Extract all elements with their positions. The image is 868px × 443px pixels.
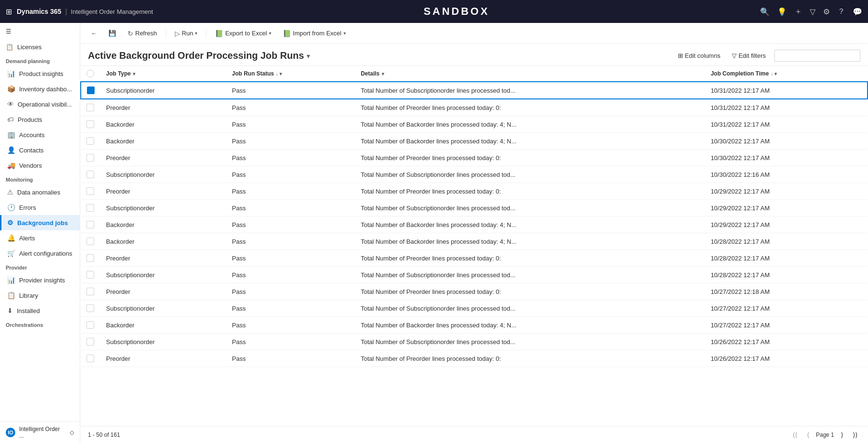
row-checkbox[interactable]: [86, 321, 94, 329]
sidebar-item-label: Library: [19, 292, 38, 299]
table-row[interactable]: Preorder Pass Total Number of Preorder l…: [81, 350, 868, 367]
cell-status: Pass: [226, 300, 355, 317]
header-checkbox[interactable]: [86, 70, 94, 77]
table-row[interactable]: Subscriptionorder Pass Total Number of S…: [81, 166, 868, 183]
row-checkbox[interactable]: [86, 187, 94, 195]
row-checkbox[interactable]: [86, 221, 94, 228]
sidebar-item-product-insights[interactable]: 📊 Product insights: [0, 66, 80, 81]
row-checkbox[interactable]: [86, 171, 94, 178]
export-button[interactable]: 📗 Export to Excel ▾: [210, 27, 276, 40]
row-checkbox[interactable]: [86, 338, 94, 346]
cell-details: Total Number of Preorder lines processed…: [355, 283, 705, 300]
sidebar-item-licenses[interactable]: 📋 Licenses: [0, 40, 80, 54]
row-checkbox[interactable]: [86, 154, 94, 162]
edit-filters-button[interactable]: ▽ Edit filters: [729, 50, 769, 61]
cell-completion-time: 10/27/2022 12:17 AM: [705, 317, 868, 334]
row-checkbox[interactable]: [86, 254, 94, 262]
table-row[interactable]: Backorder Pass Total Number of Backorder…: [81, 116, 868, 133]
table-row[interactable]: Backorder Pass Total Number of Backorder…: [81, 317, 868, 334]
header-job-run-status[interactable]: Job Run Status ↓ ▾: [226, 66, 355, 82]
products-icon: 🏷: [7, 116, 14, 123]
cell-completion-time: 10/30/2022 12:17 AM: [705, 133, 868, 150]
table-row[interactable]: Backorder Pass Total Number of Backorder…: [81, 133, 868, 150]
sidebar-item-products[interactable]: 🏷 Products: [0, 112, 80, 127]
back-button[interactable]: ←: [86, 27, 102, 40]
row-checkbox[interactable]: [86, 271, 94, 279]
refresh-button[interactable]: ↻ Refresh: [123, 27, 162, 40]
row-checkbox[interactable]: [86, 204, 94, 212]
table-row[interactable]: Preorder Pass Total Number of Preorder l…: [81, 183, 868, 200]
chat-icon[interactable]: 💬: [853, 7, 862, 16]
table-row[interactable]: Subscriptionorder Pass Total Number of S…: [81, 267, 868, 283]
licenses-label: Licenses: [17, 43, 42, 51]
table-row[interactable]: Backorder Pass Total Number of Backorder…: [81, 216, 868, 233]
edit-filters-label: Edit filters: [739, 52, 766, 59]
import-label: Import from Excel: [293, 30, 342, 37]
table-row[interactable]: Backorder Pass Total Number of Backorder…: [81, 233, 868, 250]
run-button[interactable]: ▷ Run ▾: [170, 27, 203, 40]
cell-completion-time: 10/28/2022 12:17 AM: [705, 250, 868, 267]
sidebar-item-installed[interactable]: ⬇ Installed: [0, 303, 80, 318]
row-checkbox[interactable]: [86, 304, 94, 312]
sidebar-item-operational-visibility[interactable]: 👁 Operational visibil...: [0, 97, 80, 112]
cell-job-type: Preorder: [100, 99, 226, 116]
row-checkbox-cell: [81, 99, 100, 116]
table-row[interactable]: Preorder Pass Total Number of Preorder l…: [81, 150, 868, 166]
row-checkbox[interactable]: [86, 104, 94, 111]
sidebar-item-accounts[interactable]: 🏢 Accounts: [0, 127, 80, 142]
pagination-last-button[interactable]: ⟩⟩: [850, 430, 860, 440]
sidebar-item-errors[interactable]: 🕐 Errors: [0, 200, 80, 215]
pagination-first-button[interactable]: ⟨⟨: [790, 430, 800, 440]
pagination-next-button[interactable]: ⟩: [838, 430, 846, 440]
header-job-type[interactable]: Job Type ▾: [100, 66, 226, 82]
lightbulb-icon[interactable]: 💡: [777, 7, 787, 16]
sidebar-item-contacts[interactable]: 👤 Contacts: [0, 142, 80, 158]
row-checkbox[interactable]: [86, 288, 94, 295]
settings-icon[interactable]: ⚙: [823, 7, 830, 16]
row-checkbox[interactable]: [86, 238, 94, 245]
row-checkbox[interactable]: [87, 86, 95, 94]
sidebar-item-vendors[interactable]: 🚚 Vendors: [0, 158, 80, 173]
sidebar-item-label: Errors: [19, 204, 36, 211]
sidebar-item-label: Contacts: [19, 147, 43, 154]
header-completion-time[interactable]: Job Completion Time ↓ ▾: [705, 66, 868, 82]
row-checkbox-cell: [81, 200, 100, 216]
plus-icon[interactable]: ＋: [794, 7, 802, 17]
sidebar-item-library[interactable]: 📋 Library: [0, 288, 80, 303]
table-row[interactable]: Preorder Pass Total Number of Preorder l…: [81, 250, 868, 267]
sidebar-item-inventory-dashboard[interactable]: 📦 Inventory dashbo...: [0, 81, 80, 97]
table-row[interactable]: Preorder Pass Total Number of Preorder l…: [81, 99, 868, 116]
sidebar-item-background-jobs[interactable]: ⚙ Background jobs: [0, 215, 80, 230]
operational-icon: 👁: [7, 100, 14, 108]
search-input[interactable]: [774, 50, 860, 62]
grid-icon[interactable]: ⊞: [6, 7, 12, 16]
sidebar-bottom[interactable]: IO Intelligent Order ... ◇: [0, 421, 80, 443]
search-icon[interactable]: 🔍: [760, 7, 770, 16]
top-nav-right: 🔍 💡 ＋ ▽ ⚙ ？ 💬: [760, 7, 862, 17]
pagination-prev-button[interactable]: ⟨: [804, 430, 812, 440]
sidebar-menu-toggle[interactable]: ☰: [0, 23, 80, 40]
table-row[interactable]: Subscriptionorder Pass Total Number of S…: [81, 200, 868, 216]
help-icon[interactable]: ？: [837, 7, 845, 17]
table-row[interactable]: Subscriptionorder Pass Total Number of S…: [81, 334, 868, 350]
cell-job-type: Subscriptionorder: [100, 267, 226, 283]
sidebar-item-data-anomalies[interactable]: ⚠ Data anomalies: [0, 184, 80, 200]
header-details[interactable]: Details ▾: [355, 66, 705, 82]
save-button[interactable]: 💾: [104, 27, 121, 40]
sidebar-item-provider-insights[interactable]: 📊 Provider insights: [0, 272, 80, 288]
row-checkbox[interactable]: [86, 355, 94, 362]
sidebar-item-alerts[interactable]: 🔔 Alerts: [0, 230, 80, 246]
sidebar: ☰ 📋 Licenses Demand planning 📊 Product i…: [0, 23, 80, 443]
edit-columns-button[interactable]: ⊞ Edit columns: [675, 50, 723, 61]
sidebar-item-alert-configurations[interactable]: 🛒 Alert configurations: [0, 246, 80, 261]
table-row[interactable]: Preorder Pass Total Number of Preorder l…: [81, 283, 868, 300]
row-checkbox[interactable]: [86, 137, 94, 145]
table-row[interactable]: Subscriptionorder Pass Total Number of S…: [81, 82, 868, 99]
table-row[interactable]: Subscriptionorder Pass Total Number of S…: [81, 300, 868, 317]
page-title-chevron[interactable]: ▾: [307, 52, 310, 60]
import-button[interactable]: 📗 Import from Excel ▾: [278, 27, 351, 40]
filter-icon[interactable]: ▽: [810, 7, 815, 16]
row-checkbox[interactable]: [86, 120, 94, 128]
cell-status: Pass: [226, 250, 355, 267]
export-icon: 📗: [215, 30, 223, 37]
